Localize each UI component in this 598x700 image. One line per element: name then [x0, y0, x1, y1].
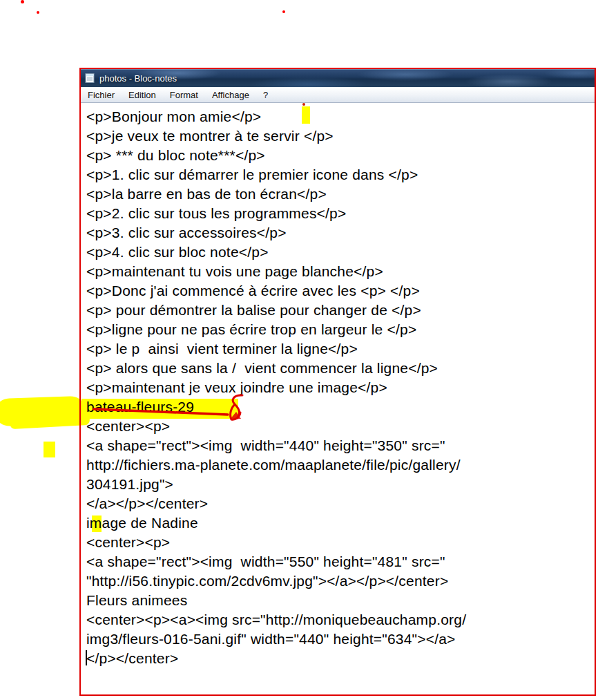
menu-item-[interactable]: ?: [256, 88, 275, 102]
editor-line: <p>Donc j'ai commencé à écrire avec les …: [86, 281, 466, 301]
menu-item-fichier[interactable]: Fichier: [81, 88, 122, 102]
highlighter-bar-mark: [44, 442, 55, 457]
editor-line: <p> le p ainsi vient terminer la ligne</…: [86, 339, 466, 359]
menu-item-affichage[interactable]: Affichage: [205, 88, 256, 102]
editor-text: <p>Bonjour mon amie</p><p>je veux te mon…: [86, 107, 466, 668]
editor-line: http://fichiers.ma-planete.com/maaplanet…: [86, 455, 466, 475]
menu-item-edition[interactable]: Edition: [122, 88, 163, 102]
editor-line: 304191.jpg">: [86, 475, 466, 494]
red-dot: [302, 103, 305, 106]
editor-line: img3/fleurs-016-5ani.gif" width="440" he…: [86, 630, 466, 649]
editor-line: <p> alors que sans la / vient commencer …: [86, 359, 466, 378]
editor-line: <p>Bonjour mon amie</p>: [86, 107, 466, 126]
editor-line: <a shape="rect"><img width="550" height=…: [86, 552, 466, 571]
editor-line: <center><p>: [86, 533, 466, 552]
text-caret: [86, 650, 87, 665]
editor-line: Fleurs animees: [86, 591, 466, 610]
editor-line: <p>je veux te montrer à te servir </p>: [86, 126, 466, 146]
editor-line: <center><p>: [86, 417, 466, 436]
editor-line: bateau-fleurs-29: [86, 397, 466, 417]
editor-line: <p>maintenant je veux joindre une image<…: [86, 378, 466, 397]
window-title: photos - Bloc-notes: [99, 73, 177, 84]
red-dot: [37, 11, 39, 14]
editor-line: <p>ligne pour ne pas écrire trop en larg…: [86, 320, 466, 339]
editor-line: <center><p><a><img src="http://moniquebe…: [86, 610, 466, 630]
red-dot: [282, 10, 285, 13]
menu-item-format[interactable]: Format: [163, 88, 205, 102]
editor-line: </a></p></center>: [86, 494, 466, 513]
red-dot: [21, 0, 24, 3]
editor-line: <p> pour démontrer la balise pour change…: [86, 301, 466, 320]
editor-line: <p>4. clic sur bloc note</p>: [86, 243, 466, 262]
title-bar[interactable]: photos - Bloc-notes: [81, 69, 596, 87]
notepad-icon: [84, 73, 95, 84]
editor-line: <p>1. clic sur démarrer le premier icone…: [86, 165, 466, 185]
menu-bar: FichierEditionFormatAffichage?: [81, 87, 596, 103]
editor-line: <p>maintenant tu vois une page blanche</…: [86, 262, 466, 281]
editor-line: image de Nadine: [86, 513, 466, 533]
editor-line: <a shape="rect"><img width="440" height=…: [86, 436, 466, 455]
editor-line: <p>la barre en bas de ton écran</p>: [86, 185, 466, 204]
editor-line: </p></center>: [86, 649, 466, 668]
editor-line: "http://i56.tinypic.com/2cdv6mv.jpg"></a…: [86, 571, 466, 591]
editor-line: <p> *** du bloc note***</p>: [86, 146, 466, 165]
editor-line: <p>2. clic sur tous les programmes</p>: [86, 204, 466, 223]
editor-line: <p>3. clic sur accessoires</p>: [86, 223, 466, 243]
